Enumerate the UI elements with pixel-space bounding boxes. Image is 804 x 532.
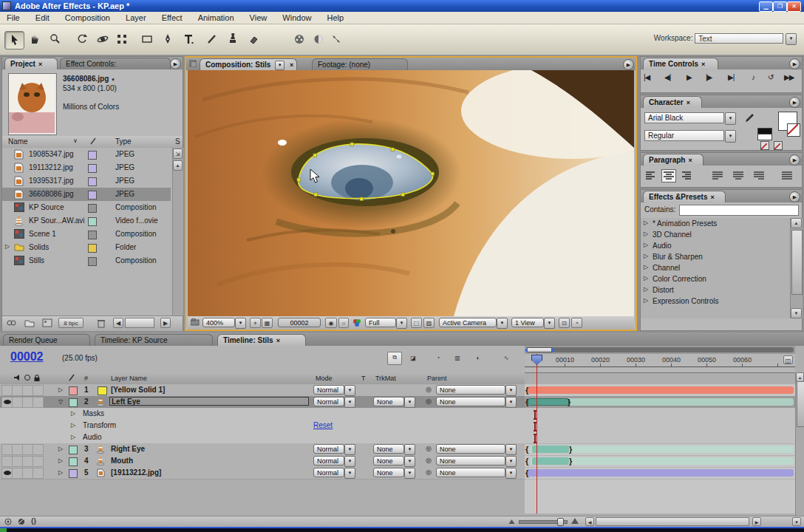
twirl-icon[interactable]: ▷ [5,243,10,250]
align-center-button-active[interactable] [661,169,676,183]
col-t[interactable]: T [361,375,366,382]
label-swatch[interactable] [88,151,97,160]
parent-select[interactable]: None [436,468,505,477]
layer-label-swatch[interactable] [69,469,78,478]
project-scroll-corner-icon[interactable]: ⇲ [173,149,183,159]
twirl-icon[interactable]: ▷ [71,422,75,429]
menu-file[interactable]: File [0,12,27,22]
trkmat-dropdown-icon[interactable]: ▼ [404,444,415,455]
layer-name[interactable]: [19113212.jpg] [111,468,161,477]
tab-effect-controls[interactable]: Effect Controls: [60,58,171,69]
trkmat-select[interactable]: None [373,456,404,466]
graph-editor-icon[interactable]: ∿ [500,353,513,364]
brush-tool[interactable] [202,31,221,48]
scroll-up-icon[interactable]: ▲ [173,160,183,171]
transparency-grid-icon[interactable]: ▨ [423,318,435,328]
col-name[interactable]: Name [8,137,28,146]
trkmat-select[interactable]: None [373,397,404,406]
layer-row-3[interactable]: ▷ 3 Right Eye Normal ▼ None ▼ ◎ None ▼ [0,443,525,456]
label-swatch[interactable] [88,191,97,200]
current-frame-field[interactable]: 00002 [10,350,44,364]
pen-tool[interactable] [158,31,177,48]
tab-effects-presets[interactable]: Effects &Presets× [643,191,726,202]
close-icon[interactable]: × [688,157,692,164]
property-track-transform[interactable] [525,420,795,432]
text-tool[interactable] [179,31,197,48]
effects-list-item[interactable]: ▷* Animation Presets [641,218,790,229]
font-family-select[interactable]: Arial Black [644,112,724,123]
twirl-icon[interactable]: ▷ [644,275,648,282]
layer-bar-row-2[interactable]: { } [525,396,795,409]
timeline-vscrollbar[interactable]: ▲ [795,372,804,516]
project-row[interactable]: KP Sour...AW.aviVideo f...ovie [2,214,171,228]
pickwhip-icon[interactable]: ◎ [426,468,432,476]
eye-icon[interactable] [4,471,11,475]
rotation-tool[interactable] [72,31,91,48]
menu-window[interactable]: Window [276,12,318,22]
project-row[interactable]: 19395317.jpgJPEG [2,174,171,188]
close-icon[interactable]: × [276,337,280,344]
menu-layer[interactable]: Layer [119,12,153,22]
project-panel-menu-icon[interactable]: ▶ [170,58,181,69]
parent-dropdown-icon[interactable]: ▼ [505,468,517,479]
comp-marker-bin-icon[interactable]: ◫ [783,355,793,364]
parent-select[interactable]: None [436,397,505,406]
composition-viewport[interactable] [188,70,634,316]
twirl-icon[interactable]: ▷ [58,457,63,464]
effects-list-item[interactable]: ▷3D Channel [641,229,790,240]
scroll-thumb[interactable] [791,230,803,295]
property-track-masks[interactable] [525,408,795,420]
zoom-tool[interactable] [46,31,64,48]
interpret-footage-icon[interactable] [7,318,17,329]
in-handle[interactable]: { [525,397,528,407]
effects-list-item[interactable]: ▷Audio [641,240,790,251]
selection-tool[interactable] [4,31,24,50]
footer-scroll-thumb[interactable] [125,318,154,328]
property-row-audio[interactable]: ▷ Audio [0,432,525,444]
in-handle[interactable]: { [525,444,528,454]
hscroll-left-icon[interactable]: ◀ [585,517,594,526]
tab-footage[interactable]: Footage: (none) [312,58,408,70]
font-style-dropdown-icon[interactable]: ▼ [725,130,736,143]
blend-mode-select[interactable]: Normal [313,444,344,454]
layer-name[interactable]: [Yellow Solid 1] [111,386,165,394]
footer-scroll-left-icon[interactable]: ◀ [113,318,123,328]
character-menu-icon[interactable]: ▶ [789,97,800,108]
pickwhip-icon[interactable]: ◎ [426,457,432,464]
label-column-icon[interactable] [89,137,97,147]
property-label[interactable]: Masks [83,409,104,417]
project-vscrollbar[interactable]: ⇲ ▲ [172,148,183,316]
label-column-icon[interactable] [68,373,75,383]
loop-toggle-icon[interactable]: ↺ [768,73,773,81]
tab-render-queue[interactable]: Render Queue [3,334,90,346]
project-row[interactable]: ▷ SolidsFolder [2,241,171,254]
twirl-icon[interactable]: ▷ [644,286,648,293]
resolution-dropdown-icon[interactable]: ▼ [396,318,407,329]
label-swatch[interactable] [88,217,97,226]
zoom-out-mountain-icon[interactable] [508,519,515,526]
tab-paragraph[interactable]: Paragraph× [643,154,704,166]
col-parent[interactable]: Parent [427,375,447,382]
pickwhip-icon[interactable]: ◎ [426,445,432,452]
fast-preview-icon[interactable]: ◔ [571,318,582,328]
mode-dropdown-icon[interactable]: ▼ [344,397,355,408]
layer-bar-left-eye-trim[interactable] [528,398,569,406]
frame-blending-icon[interactable]: ▥ [451,353,464,364]
layer-bar-row-1[interactable]: { [525,384,795,397]
label-swatch[interactable] [88,231,97,239]
new-folder-icon[interactable] [24,318,35,329]
blend-mode-select[interactable]: Normal [313,385,344,395]
go-to-start-button[interactable]: |◀ [644,73,650,81]
in-handle[interactable]: { [525,456,528,466]
trkmat-select[interactable]: None [373,468,404,477]
in-handle[interactable]: { [525,385,528,395]
trkmat-dropdown-icon[interactable]: ▼ [404,468,415,479]
video-progress-bar[interactable] [0,527,804,528]
lock-column-icon[interactable] [33,374,41,383]
twirl-icon[interactable]: ▷ [644,242,648,248]
step-forward-button[interactable]: |▶ [706,73,712,81]
property-label[interactable]: Audio [83,433,102,441]
step-back-button[interactable]: ◀| [664,73,670,81]
align-left-button[interactable] [645,171,657,182]
snapshot-icon[interactable]: ◉ [325,318,337,328]
